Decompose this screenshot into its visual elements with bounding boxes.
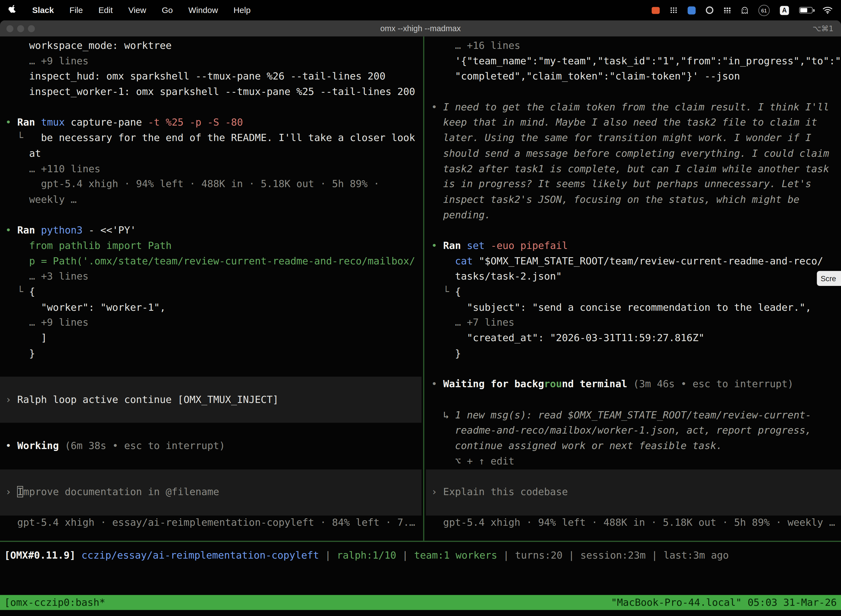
pane-divider-horizontal xyxy=(0,541,841,542)
terminal-line: keep that in mind. Maybe I also need the… xyxy=(431,115,841,131)
terminal-line: … +9 lines xyxy=(5,315,421,331)
terminal-line: later. Using the same for transition mig… xyxy=(431,131,841,146)
terminal-line: › Improve documentation in @filename xyxy=(5,484,421,500)
battery-percent-label: 61 xyxy=(761,7,767,13)
ghost-icon[interactable] xyxy=(741,6,748,14)
terminal-line: • Working (6m 38s • esc to interrupt) xyxy=(5,438,421,454)
terminal-line: continue assigned work or next feasible … xyxy=(431,438,841,454)
terminal-line: "worker": "worker-1", xyxy=(5,300,421,315)
terminal-line: weekly … xyxy=(5,192,421,208)
terminal-line: inspect_worker-1: omx sparkshell --tmux-… xyxy=(5,84,421,100)
menu-view[interactable]: View xyxy=(128,5,146,15)
terminal-line: p = Path('.omx/state/team/review-current… xyxy=(5,254,421,269)
terminal-line: '{"team_name":"my-team","task_id":"1","f… xyxy=(431,54,841,69)
terminal-line: • Ran tmux capture-pane -t %25 -p -S -80 xyxy=(5,115,421,131)
terminal-line xyxy=(431,361,841,377)
terminal-line: gpt-5.4 xhigh · 94% left · 488K in · 5.1… xyxy=(5,177,421,192)
battery-icon[interactable] xyxy=(799,7,813,13)
menu-window[interactable]: Window xyxy=(189,5,218,15)
terminal-line: inspect task2's JSON, focusing on the st… xyxy=(431,192,841,208)
terminal-line: "completed","claim_token":"claim-token"}… xyxy=(431,69,841,84)
terminal-line xyxy=(5,407,421,423)
terminal-line xyxy=(431,223,841,238)
terminal-line: pending. xyxy=(431,207,841,223)
terminal-line xyxy=(5,423,421,438)
terminal-line xyxy=(5,100,421,115)
terminal-line: ⌥ + ↑ edit xyxy=(431,454,841,469)
terminal-line xyxy=(431,392,841,408)
terminal-line: • Ran python3 - <<'PY' xyxy=(5,223,421,238)
terminal-line: … +7 lines xyxy=(431,315,841,331)
terminal-line: workspace_mode: worktree xyxy=(5,38,421,54)
screen-tooltip: Scre xyxy=(817,271,841,286)
terminal-line xyxy=(5,469,421,484)
terminal-line: "created_at": "2026-03-31T11:59:27.816Z" xyxy=(431,331,841,346)
window-title: omx --xhigh --madmax xyxy=(0,21,841,37)
terminal-line xyxy=(5,361,421,377)
terminal-line xyxy=(5,377,421,392)
terminal-line: inspect_hud: omx sparkshell --tmux-pane … xyxy=(5,69,421,84)
omx-status-line: [OMX#0.11.9] cczip/essay/ai-reimplementa… xyxy=(0,548,841,563)
terminal-line: … +16 lines xyxy=(431,38,841,54)
input-source-icon[interactable]: A xyxy=(780,6,789,15)
screen-recording-indicator-icon[interactable] xyxy=(652,7,660,13)
terminal-line: • Waiting for background terminal (3m 46… xyxy=(431,377,841,392)
terminal-line xyxy=(431,500,841,515)
terminal-line xyxy=(5,454,421,469)
terminal-line xyxy=(5,500,421,515)
terminal-content: workspace_mode: worktree … +9 lines insp… xyxy=(0,37,841,616)
menu-edit[interactable]: Edit xyxy=(98,5,113,15)
docker-icon[interactable] xyxy=(687,6,696,14)
terminal-line: cat "$OMX_TEAM_STATE_ROOT/team/review-cu… xyxy=(431,254,841,269)
terminal-line: … +110 lines xyxy=(5,161,421,177)
terminal-line xyxy=(431,469,841,484)
terminal-line: └ be necessary for the end of the README… xyxy=(5,131,421,146)
terminal-line: ↳ 1 new msg(s): read $OMX_TEAM_STATE_ROO… xyxy=(431,407,841,423)
tmux-session-label: [omx-cczip0:bash* xyxy=(4,595,105,610)
wifi-icon[interactable] xyxy=(823,6,832,14)
terminal-line: should send a message before completing … xyxy=(431,146,841,161)
terminal-line: └ { xyxy=(5,284,421,300)
input-source-label: A xyxy=(782,6,787,14)
terminal-line: • I need to get the claim token from the… xyxy=(431,100,841,115)
apple-menu-icon[interactable] xyxy=(9,5,16,16)
screen: Slack File Edit View Go Window Help 61 A xyxy=(0,0,841,616)
window-shortcut-hint: ⌥⌘1 xyxy=(813,21,834,37)
terminal-window: omx --xhigh --madmax ⌥⌘1 workspace_mode:… xyxy=(0,21,841,616)
tmux-status-bar: [omx-cczip0:bash* "MacBook-Pro-44.local"… xyxy=(0,595,841,610)
terminal-line: … +3 lines xyxy=(5,269,421,284)
terminal-line: › Ralph loop active continue [OMX_TMUX_I… xyxy=(5,392,421,408)
terminal-line: task2 after task1 is complete, but can I… xyxy=(431,161,841,177)
ring-icon[interactable] xyxy=(706,6,713,14)
window-title-bar[interactable]: omx --xhigh --madmax ⌥⌘1 xyxy=(0,21,841,37)
menu-help[interactable]: Help xyxy=(233,5,251,15)
terminal-line: } xyxy=(431,346,841,361)
terminal-line: gpt-5.4 xhigh · essay/ai-reimplementatio… xyxy=(5,515,421,531)
terminal-line: › Explain this codebase xyxy=(431,484,841,500)
tmux-pane-left[interactable]: workspace_mode: worktree … +9 lines insp… xyxy=(0,38,422,541)
terminal-line: is in progress? It seems likely but perh… xyxy=(431,177,841,192)
terminal-line: tasks/task-2.json" xyxy=(431,269,841,284)
menu-file[interactable]: File xyxy=(70,5,83,15)
terminal-line: • Ran set -euo pipefail xyxy=(431,238,841,254)
menu-go[interactable]: Go xyxy=(162,5,173,15)
terminal-line: } xyxy=(5,346,421,361)
battery-gauge-icon[interactable]: 61 xyxy=(759,5,770,16)
menu-app-name[interactable]: Slack xyxy=(32,5,54,15)
terminal-line: from pathlib import Path xyxy=(5,238,421,254)
terminal-line: at xyxy=(5,146,421,161)
apps-grid-icon[interactable] xyxy=(724,7,731,13)
terminal-line: readme-and-reco/mailbox/worker-1.json, a… xyxy=(431,423,841,438)
terminal-line: ] xyxy=(5,331,421,346)
terminal-line: "subject": "send a concise recommendatio… xyxy=(431,300,841,315)
terminal-line: └ { xyxy=(431,284,841,300)
tmux-pane-right[interactable]: … +16 lines '{"team_name":"my-team","tas… xyxy=(426,38,841,541)
terminal-line xyxy=(431,84,841,100)
terminal-line xyxy=(5,207,421,223)
pane-divider-vertical[interactable] xyxy=(423,37,424,541)
grid-icon[interactable] xyxy=(670,7,677,13)
terminal-line: … +9 lines xyxy=(5,54,421,69)
menu-bar: Slack File Edit View Go Window Help 61 A xyxy=(0,0,841,21)
tmux-host-clock: "MacBook-Pro-44.local" 05:03 31-Mar-26 xyxy=(611,595,837,610)
terminal-line: gpt-5.4 xhigh · 94% left · 488K in · 5.1… xyxy=(431,515,841,531)
